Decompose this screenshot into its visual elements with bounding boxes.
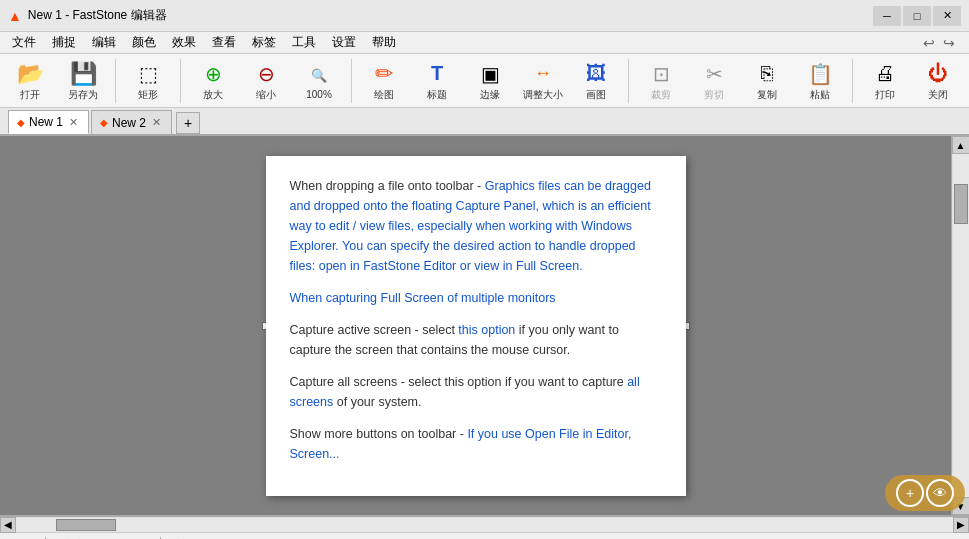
image-label: 画图 xyxy=(586,88,606,102)
copy-label: 复制 xyxy=(757,88,777,102)
watermark-circle2: 👁 xyxy=(926,479,954,507)
paste-label: 粘贴 xyxy=(810,88,830,102)
menu-effect[interactable]: 效果 xyxy=(164,32,204,54)
para-2: When capturing Full Screen of multiple m… xyxy=(290,288,662,308)
tab-add-button[interactable]: + xyxy=(176,112,200,134)
toolbar: 📂 打开 💾 另存为 ⬚ 矩形 ⊕ 放大 ⊖ 缩小 🔍 100% ✏ xyxy=(0,54,969,108)
close-window-button[interactable]: ✕ xyxy=(933,6,961,26)
copy-button[interactable]: ⎘ 复制 xyxy=(741,57,793,105)
draw-tools: ✏ 绘图 T 标题 ▣ 边缘 ↔ 调整大小 🖼 画图 xyxy=(358,57,622,105)
canvas-area: When dropping a file onto toolbar - Grap… xyxy=(170,136,781,515)
scroll-right-button[interactable]: ▶ xyxy=(953,517,969,533)
status-bar: 1 / 2 大小：597 x 514 缩放：100% xyxy=(0,532,969,539)
label-button[interactable]: T 标题 xyxy=(411,57,463,105)
cut-icon: ✂ xyxy=(698,60,730,88)
print-tools: 🖨 打印 ⏻ 关闭 xyxy=(859,57,964,105)
print-label: 打印 xyxy=(875,88,895,102)
scroll-left-button[interactable]: ◀ xyxy=(0,517,16,533)
undo-redo-group: ↩ ↪ xyxy=(921,35,965,51)
resize-label: 调整大小 xyxy=(523,88,563,102)
open-label: 打开 xyxy=(20,88,40,102)
save-as-button[interactable]: 💾 另存为 xyxy=(57,57,109,105)
zoom-in-button[interactable]: ⊕ 放大 xyxy=(187,57,239,105)
sep1 xyxy=(115,59,116,103)
tab-new2-close[interactable]: ✕ xyxy=(150,115,163,130)
crop-button[interactable]: ⊡ 裁剪 xyxy=(635,57,687,105)
right-panel xyxy=(781,136,951,515)
tab-new1-icon: ◆ xyxy=(17,117,25,128)
tab-bar: ◆ New 1 ✕ ◆ New 2 ✕ + xyxy=(0,108,969,136)
scroll-thumb-v[interactable] xyxy=(954,184,968,224)
tab-new2-label: New 2 xyxy=(112,116,146,130)
main-area: When dropping a file onto toolbar - Grap… xyxy=(0,136,969,515)
tab-new1-close[interactable]: ✕ xyxy=(67,115,80,130)
crop-label: 裁剪 xyxy=(651,88,671,102)
close-button[interactable]: ⏻ 关闭 xyxy=(912,57,964,105)
paste-button[interactable]: 📋 粘贴 xyxy=(794,57,846,105)
close-app-icon: ⏻ xyxy=(922,60,954,88)
zoom-pct-label: 100% xyxy=(306,89,332,100)
image-icon: 🖼 xyxy=(580,60,612,88)
rect-label: 矩形 xyxy=(138,88,158,102)
crop-icon: ⊡ xyxy=(645,60,677,88)
para-1: When dropping a file onto toolbar - Grap… xyxy=(290,176,662,276)
zoom-in-icon: ⊕ xyxy=(197,60,229,88)
paste-icon: 📋 xyxy=(804,60,836,88)
edit-tools: ⊡ 裁剪 ✂ 剪切 ⎘ 复制 📋 粘贴 xyxy=(635,57,846,105)
draw-button[interactable]: ✏ 绘图 xyxy=(358,57,410,105)
left-panel xyxy=(0,136,170,515)
title-bar-text: New 1 - FastStone 编辑器 xyxy=(28,7,873,24)
tab-new1-label: New 1 xyxy=(29,115,63,129)
cut-button[interactable]: ✂ 剪切 xyxy=(688,57,740,105)
tab-new2[interactable]: ◆ New 2 ✕ xyxy=(91,110,172,134)
menu-edit[interactable]: 编辑 xyxy=(84,32,124,54)
tab-new2-icon: ◆ xyxy=(100,117,108,128)
scroll-track-v xyxy=(953,154,969,497)
image-button[interactable]: 🖼 画图 xyxy=(570,57,622,105)
scroll-up-button[interactable]: ▲ xyxy=(952,136,970,154)
menu-capture[interactable]: 捕捉 xyxy=(44,32,84,54)
menu-tool[interactable]: 工具 xyxy=(284,32,324,54)
para-3: Capture active screen - select this opti… xyxy=(290,320,662,360)
zoom-in-label: 放大 xyxy=(203,88,223,102)
open-icon: 📂 xyxy=(14,60,46,88)
draw-icon: ✏ xyxy=(368,60,400,88)
zoom-out-button[interactable]: ⊖ 缩小 xyxy=(240,57,292,105)
title-bar: ▲ New 1 - FastStone 编辑器 ─ □ ✕ xyxy=(0,0,969,32)
watermark-circle1: + xyxy=(896,479,924,507)
redo-button[interactable]: ↪ xyxy=(941,35,957,51)
document-wrapper: When dropping a file onto toolbar - Grap… xyxy=(266,156,686,496)
para-5: Show more buttons on toolbar - If you us… xyxy=(290,424,662,464)
maximize-button[interactable]: □ xyxy=(903,6,931,26)
menu-view[interactable]: 查看 xyxy=(204,32,244,54)
sep2 xyxy=(180,59,181,103)
rect-button[interactable]: ⬚ 矩形 xyxy=(122,57,174,105)
sep4 xyxy=(628,59,629,103)
sep3 xyxy=(351,59,352,103)
minimize-button[interactable]: ─ xyxy=(873,6,901,26)
zoom-pct-button[interactable]: 🔍 100% xyxy=(293,57,345,105)
menu-help[interactable]: 帮助 xyxy=(364,32,404,54)
menu-color[interactable]: 颜色 xyxy=(124,32,164,54)
menu-settings[interactable]: 设置 xyxy=(324,32,364,54)
label-label: 标题 xyxy=(427,88,447,102)
save-icon: 💾 xyxy=(67,60,99,88)
scroll-thumb-h[interactable] xyxy=(56,519,116,531)
border-button[interactable]: ▣ 边缘 xyxy=(464,57,516,105)
title-bar-controls: ─ □ ✕ xyxy=(873,6,961,26)
draw-label: 绘图 xyxy=(374,88,394,102)
menu-file[interactable]: 文件 xyxy=(4,32,44,54)
resize-button[interactable]: ↔ 调整大小 xyxy=(517,57,569,105)
undo-button[interactable]: ↩ xyxy=(921,35,937,51)
label-icon: T xyxy=(421,60,453,88)
para-4: Capture all screens - select this option… xyxy=(290,372,662,412)
rect-icon: ⬚ xyxy=(132,60,164,88)
print-button[interactable]: 🖨 打印 xyxy=(859,57,911,105)
scrollbar-horizontal[interactable]: ◀ ▶ xyxy=(0,516,969,532)
menu-tag[interactable]: 标签 xyxy=(244,32,284,54)
open-button[interactable]: 📂 打开 xyxy=(4,57,56,105)
tab-new1[interactable]: ◆ New 1 ✕ xyxy=(8,110,89,134)
scrollbar-vertical[interactable]: ▲ ▼ xyxy=(951,136,969,515)
watermark: + 👁 xyxy=(885,475,965,511)
sep5 xyxy=(852,59,853,103)
